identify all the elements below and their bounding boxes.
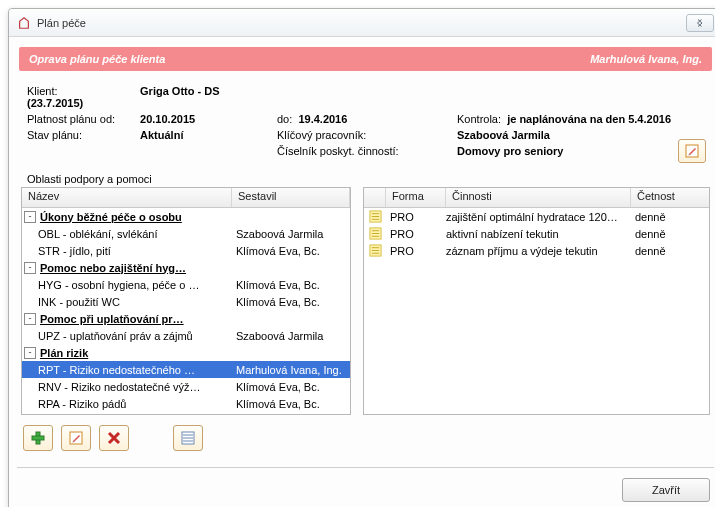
delete-button[interactable]: [99, 425, 129, 451]
to-label: do:: [277, 113, 292, 125]
add-button[interactable]: [23, 425, 53, 451]
plus-icon: [30, 430, 46, 446]
footer: Zavřít: [9, 468, 715, 507]
tree-group-row[interactable]: -Pomoc nebo zajištění hyg…: [22, 259, 350, 276]
title-bar[interactable]: Plán péče: [9, 9, 715, 37]
tree-row-author: Szaboová Jarmila: [232, 228, 350, 240]
tree-item-row[interactable]: STR - jídlo, pitíKlímová Eva, Bc.: [22, 242, 350, 259]
tree-row-author: Klímová Eva, Bc.: [232, 279, 350, 291]
detail-freq: denně: [631, 211, 709, 223]
close-icon: [695, 18, 705, 28]
collapse-toggle[interactable]: -: [24, 262, 36, 274]
collapse-toggle[interactable]: -: [24, 211, 36, 223]
tree-item-row[interactable]: RPA - Riziko pádůKlímová Eva, Bc.: [22, 395, 350, 412]
provider-value: Domovy pro seniory: [457, 145, 563, 157]
tree-item-row[interactable]: INK - použití WCKlímová Eva, Bc.: [22, 293, 350, 310]
validity-to: 19.4.2016: [298, 113, 347, 125]
tree-row-name: OBL - oblékání, svlékání: [38, 228, 232, 240]
tree-row-author: Klímová Eva, Bc.: [232, 381, 350, 393]
detail-freq: denně: [631, 245, 709, 257]
tree-row-author: Marhulová Ivana, Ing.: [232, 364, 350, 376]
validity-from: 20.10.2015: [140, 113, 195, 125]
detail-row[interactable]: PROzajištění optimální hydratace 120…den…: [364, 208, 709, 225]
tree-row-name: Plán rizik: [40, 347, 232, 359]
detail-activity: zajištění optimální hydratace 120…: [446, 211, 631, 223]
tree-row-author: Klímová Eva, Bc.: [232, 415, 350, 416]
tree-row-name: INK - použití WC: [38, 296, 232, 308]
care-plan-dialog: Plán péče Oprava plánu péče klienta Marh…: [8, 8, 715, 507]
col-author[interactable]: Sestavil: [232, 188, 350, 207]
note-icon: [364, 210, 386, 223]
tree-item-row[interactable]: HYG - osobní hygiena, péče o …Klímová Ev…: [22, 276, 350, 293]
tree-row-name: RPT - Riziko nedostatečného …: [38, 364, 232, 376]
col-icon: [364, 188, 386, 207]
areas-tree-grid[interactable]: Název Sestavil -Úkony běžné péče o osobu…: [21, 187, 351, 415]
tree-group-row[interactable]: -Úkony běžné péče o osobu: [22, 208, 350, 225]
tree-item-row[interactable]: OBL - oblékání, svlékáníSzaboová Jarmila: [22, 225, 350, 242]
col-activity[interactable]: Činnosti: [446, 188, 631, 207]
detail-row[interactable]: PROzáznam příjmu a výdeje tekutindenně: [364, 242, 709, 259]
tree-row-name: Pomoc nebo zajištění hyg…: [40, 262, 232, 274]
tree-item-row[interactable]: RPT - Riziko nedostatečného …Marhulová I…: [22, 361, 350, 378]
edit-button[interactable]: [61, 425, 91, 451]
validity-label: Platnost plánu od:: [27, 113, 137, 125]
header-right: Marhulová Ivana, Ing.: [590, 53, 702, 65]
details-header: Forma Činnosti Četnost: [364, 188, 709, 208]
detail-form: PRO: [386, 228, 446, 240]
col-freq[interactable]: Četnost: [631, 188, 709, 207]
detail-row[interactable]: PROaktivní nabízení tekutindenně: [364, 225, 709, 242]
note-icon: [364, 244, 386, 257]
list-view-button[interactable]: [173, 425, 203, 451]
control-label: Kontrola:: [457, 113, 501, 125]
header-left: Oprava plánu péče klienta: [29, 53, 590, 65]
svg-rect-14: [32, 436, 44, 440]
window-close-button[interactable]: [686, 14, 714, 32]
client-label: Klient:: [27, 85, 137, 97]
tree-row-name: UPZ - uplatňování práv a zájmů: [38, 330, 232, 342]
toolbar: [9, 415, 715, 453]
tree-group-row[interactable]: -Pomoc při uplatňování pr…: [22, 310, 350, 327]
detail-form: PRO: [386, 211, 446, 223]
header-strip: Oprava plánu péče klienta Marhulová Ivan…: [19, 47, 712, 71]
window-title: Plán péče: [37, 17, 86, 29]
list-icon: [180, 430, 196, 446]
col-form[interactable]: Forma: [386, 188, 446, 207]
tree-item-row[interactable]: RVP - Riziko vzniku proleženinKlímová Ev…: [22, 412, 350, 415]
details-grid[interactable]: Forma Činnosti Četnost PROzajištění opti…: [363, 187, 710, 415]
app-icon: [17, 16, 31, 30]
tree-row-name: RNV - Riziko nedostatečné výž…: [38, 381, 232, 393]
tree-row-name: Pomoc při uplatňování pr…: [40, 313, 232, 325]
keyworker-label: Klíčový pracovník:: [277, 129, 366, 141]
note-icon: [364, 227, 386, 240]
info-panel: Klient: Griga Otto - DS (23.7.2015) Plat…: [9, 71, 715, 165]
tree-item-row[interactable]: UPZ - uplatňování práv a zájmůSzaboová J…: [22, 327, 350, 344]
detail-activity: záznam příjmu a výdeje tekutin: [446, 245, 631, 257]
state-value: Aktuální: [140, 129, 183, 141]
tree-group-row[interactable]: -Plán rizik: [22, 344, 350, 361]
edit-header-button[interactable]: [678, 139, 706, 163]
collapse-toggle[interactable]: -: [24, 347, 36, 359]
tree-row-author: Szaboová Jarmila: [232, 330, 350, 342]
tree-row-name: RPA - Riziko pádů: [38, 398, 232, 410]
tree-item-row[interactable]: RNV - Riziko nedostatečné výž…Klímová Ev…: [22, 378, 350, 395]
close-button[interactable]: Zavřít: [622, 478, 710, 502]
tree-row-name: STR - jídlo, pití: [38, 245, 232, 257]
collapse-toggle[interactable]: -: [24, 313, 36, 325]
state-label: Stav plánu:: [27, 129, 137, 141]
tree-row-name: HYG - osobní hygiena, péče o …: [38, 279, 232, 291]
pencil-icon: [684, 143, 700, 159]
delete-x-icon: [106, 430, 122, 446]
tree-row-name: RVP - Riziko vzniku proleženin: [38, 415, 232, 416]
control-value: je naplánována na den 5.4.2016: [507, 113, 671, 125]
col-name[interactable]: Název: [22, 188, 232, 207]
keyworker-value: Szaboová Jarmila: [457, 129, 550, 141]
detail-activity: aktivní nabízení tekutin: [446, 228, 631, 240]
detail-freq: denně: [631, 228, 709, 240]
tree-row-name: Úkony běžné péče o osobu: [40, 211, 232, 223]
section-label: Oblasti podpory a pomoci: [27, 173, 715, 185]
tree-row-author: Klímová Eva, Bc.: [232, 398, 350, 410]
tree-row-author: Klímová Eva, Bc.: [232, 245, 350, 257]
detail-form: PRO: [386, 245, 446, 257]
tree-row-author: Klímová Eva, Bc.: [232, 296, 350, 308]
pencil-icon: [68, 430, 84, 446]
